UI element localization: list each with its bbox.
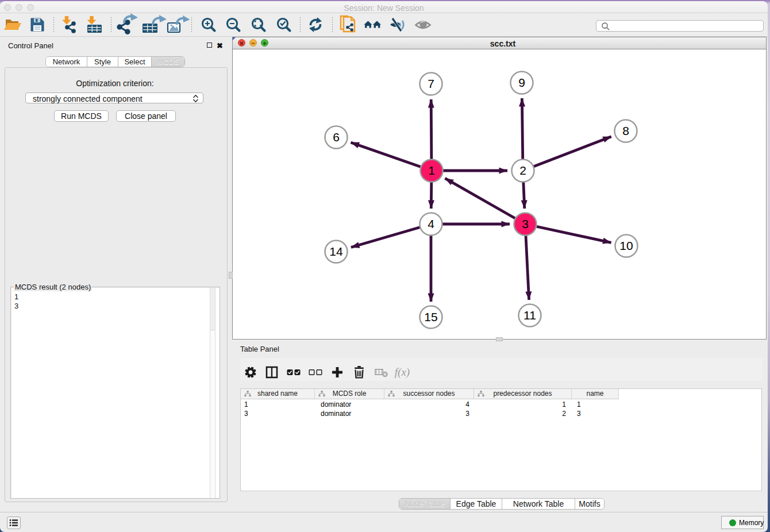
svg-text:1: 1 [428,164,435,177]
svg-text:6: 6 [333,130,340,144]
svg-text:8: 8 [622,124,629,137]
svg-text:9: 9 [518,76,525,89]
svg-text:7: 7 [428,77,434,90]
svg-text:4: 4 [428,217,434,230]
svg-text:11: 11 [523,309,536,322]
svg-text:15: 15 [424,310,437,323]
svg-text:2: 2 [519,164,526,177]
svg-text:3: 3 [522,217,529,230]
svg-text:f(x): f(x) [395,366,410,379]
svg-text:10: 10 [619,239,633,252]
svg-text:14: 14 [329,245,343,258]
